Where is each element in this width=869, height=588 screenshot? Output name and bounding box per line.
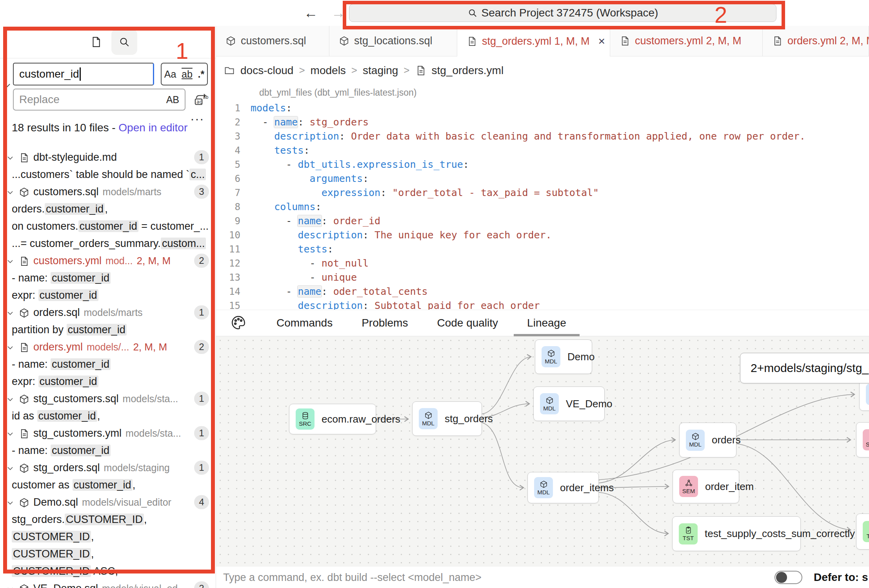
search-match-row[interactable]: ...= customer_orders_summary.custom... — [0, 235, 216, 252]
search-result-file-row[interactable]: VE_Demo.sqlmodels/visual_ed...2 — [0, 580, 216, 588]
semantic-model-icon — [685, 479, 693, 487]
search-match-row[interactable]: on customers.customer_id = customer_... — [0, 218, 216, 235]
search-result-file-row[interactable]: dbt-styleguide.md1 — [0, 149, 216, 166]
search-match-row[interactable]: ...customers` table should be named `c..… — [0, 166, 216, 183]
replace-all-button[interactable]: ac ab — [192, 91, 209, 108]
search-match-row[interactable]: CUSTOMER_ID ASC, — [0, 563, 216, 580]
panel-tab-lineage[interactable]: Lineage — [527, 310, 566, 336]
search-result-file-row[interactable]: orders.ymlmodels/...2, M, M2 — [0, 338, 216, 356]
editor-tab-5[interactable]: orders.yml 2, M, M — [763, 26, 869, 56]
search-match-row[interactable]: customer as customer_id, — [0, 476, 216, 494]
code-line[interactable]: 8 columns: — [216, 200, 869, 214]
chevron-down-icon[interactable] — [5, 149, 15, 166]
code-line[interactable]: 3 description: Order data with basic cle… — [216, 129, 869, 143]
code-line[interactable]: 5 - dbt_utils.expression_is_true: — [216, 158, 869, 172]
code-line[interactable]: 11 tests: — [216, 242, 869, 256]
search-result-file-row[interactable]: orders.sqlmodels/marts1 — [0, 304, 216, 321]
search-match-row[interactable]: expr: customer_id — [0, 287, 216, 304]
chevron-down-icon[interactable] — [5, 580, 15, 588]
chevron-down-icon[interactable] — [5, 459, 15, 476]
code-content: description: Subtotal paid for each orde… — [251, 299, 540, 310]
search-result-file-row[interactable]: stg_customers.sqlmodels/sta...1 — [0, 390, 216, 407]
palette-button[interactable] — [230, 314, 247, 332]
panel-tab-code-quality[interactable]: Code quality — [437, 310, 498, 336]
breadcrumb-item[interactable]: models — [311, 64, 346, 77]
defer-toggle[interactable] — [774, 571, 802, 584]
panel-tab-problems[interactable]: Problems — [362, 310, 408, 336]
lineage-node-partial_mid[interactable]: SEM — [856, 422, 869, 457]
replace-input[interactable]: Replace AB — [13, 89, 185, 111]
editor-tab-3[interactable]: stg_orders.yml 1, M, M× — [457, 26, 610, 56]
chevron-down-icon[interactable] — [5, 494, 15, 511]
search-tool-button[interactable] — [111, 29, 137, 55]
new-file-button[interactable] — [87, 33, 105, 51]
search-result-file-row[interactable]: stg_customers.ymlmodels/sta...1 — [0, 425, 216, 442]
preserve-case-button[interactable]: AB — [166, 94, 179, 105]
breadcrumb-item[interactable]: docs-cloud — [240, 64, 293, 77]
code-line[interactable]: 9 - name: order_id — [216, 214, 869, 228]
code-line[interactable]: 10 description: The unique key for each … — [216, 228, 869, 242]
code-line[interactable]: 6 arguments: — [216, 172, 869, 186]
search-match-row[interactable]: partition by customer_id — [0, 321, 216, 338]
forward-arrow-icon[interactable]: → — [331, 5, 345, 21]
panel-tab-commands[interactable]: Commands — [276, 310, 333, 336]
yaml-punct — [251, 201, 274, 212]
chevron-down-icon[interactable] — [5, 304, 15, 321]
chevron-down-icon[interactable] — [5, 338, 15, 356]
chevron-down-icon[interactable] — [5, 252, 15, 269]
lineage-node-stg_orders[interactable]: MDLstg_orders — [412, 401, 482, 436]
chevron-down-icon[interactable] — [5, 390, 15, 407]
back-arrow-icon[interactable]: ← — [304, 5, 318, 21]
regex-button[interactable]: .* — [198, 69, 204, 80]
whole-word-button[interactable]: ab — [182, 69, 193, 80]
search-match-row[interactable]: stg_orders.CUSTOMER_ID, — [0, 511, 216, 528]
command-input[interactable]: Type a command, ex. dbt build --select <… — [223, 566, 482, 588]
code-line[interactable]: 15 description: Subtotal paid for each o… — [216, 299, 869, 310]
more-actions-button[interactable]: ... — [191, 109, 210, 123]
editor-tab-4[interactable]: customers.yml 2, M, M — [610, 26, 763, 56]
match-case-button[interactable]: Aa — [164, 69, 176, 80]
breadcrumb-item[interactable]: staging — [363, 64, 398, 77]
lineage-node-test_supply[interactable]: TSTtest_supply_costs_sum_correctly — [672, 516, 801, 551]
code-line[interactable]: 12 - not_null — [216, 256, 869, 270]
editor-tab-2[interactable]: stg_locations.sql — [329, 26, 457, 56]
search-input[interactable]: customer_id — [13, 63, 154, 85]
code-line[interactable]: 7 expression: "order_total - tax_paid = … — [216, 186, 869, 200]
search-result-file-row[interactable]: customers.sqlmodels/marts3 — [0, 183, 216, 200]
lineage-node-raw_orders[interactable]: SRCecom.raw_orders — [289, 404, 376, 434]
lineage-canvas[interactable]: SRCecom.raw_ordersMDLstg_ordersMDLDemoMD… — [216, 336, 869, 566]
project-search-bar[interactable]: Search Project 372475 (Workspace) — [349, 4, 776, 22]
close-icon[interactable]: × — [598, 34, 605, 48]
chevron-down-icon[interactable] — [5, 183, 15, 200]
search-match-row[interactable]: CUSTOMER_ID, — [0, 528, 216, 545]
code-editor[interactable]: 1models:2 - name: stg_orders3 descriptio… — [216, 101, 869, 310]
chevron-down-icon[interactable] — [5, 425, 15, 442]
lineage-node-order_item[interactable]: SEMorder_item — [673, 470, 739, 503]
search-result-file-row[interactable]: Demo.sqlmodels/visual_editor4 — [0, 494, 216, 511]
lineage-selection-label[interactable]: 2+models/staging/stg_or — [740, 353, 869, 383]
lineage-node-orders[interactable]: MDLorders — [679, 423, 736, 457]
search-match-row[interactable]: orders.customer_id, — [0, 200, 216, 218]
code-line[interactable]: 14 - name: oder_total_cents — [216, 285, 869, 299]
code-line[interactable]: 4 tests: — [216, 143, 869, 158]
editor-tab-1[interactable]: customers.sql — [216, 26, 329, 56]
search-match-row[interactable]: expr: customer_id — [0, 373, 216, 390]
lineage-node-order_items[interactable]: MDLorder_items — [527, 472, 599, 503]
search-match-row[interactable]: - name: customer_id — [0, 356, 216, 373]
line-number: 5 — [216, 158, 251, 172]
badge-type-label: SRC — [299, 420, 311, 427]
code-line[interactable]: 1models: — [216, 101, 869, 115]
code-line[interactable]: 13 - unique — [216, 270, 869, 285]
open-in-editor-link[interactable]: Open in editor — [118, 122, 187, 134]
search-match-row[interactable]: CUSTOMER_ID, — [0, 545, 216, 563]
search-match-row[interactable]: id as customer_id, — [0, 407, 216, 425]
code-line[interactable]: 2 - name: stg_orders — [216, 115, 869, 129]
search-match-row[interactable]: - name: customer_id — [0, 269, 216, 287]
search-result-file-row[interactable]: customers.ymlmod...2, M, M2 — [0, 252, 216, 269]
lineage-node-ve_demo[interactable]: MDLVE_Demo — [533, 387, 605, 421]
lineage-node-demo[interactable]: MDLDemo — [535, 339, 592, 374]
search-match-row[interactable]: - name: customer_id — [0, 442, 216, 459]
search-result-file-row[interactable]: stg_orders.sqlmodels/staging1 — [0, 459, 216, 476]
replace-expander[interactable] — [2, 80, 13, 92]
lineage-node-partial_bottom[interactable]: TST — [856, 514, 869, 550]
